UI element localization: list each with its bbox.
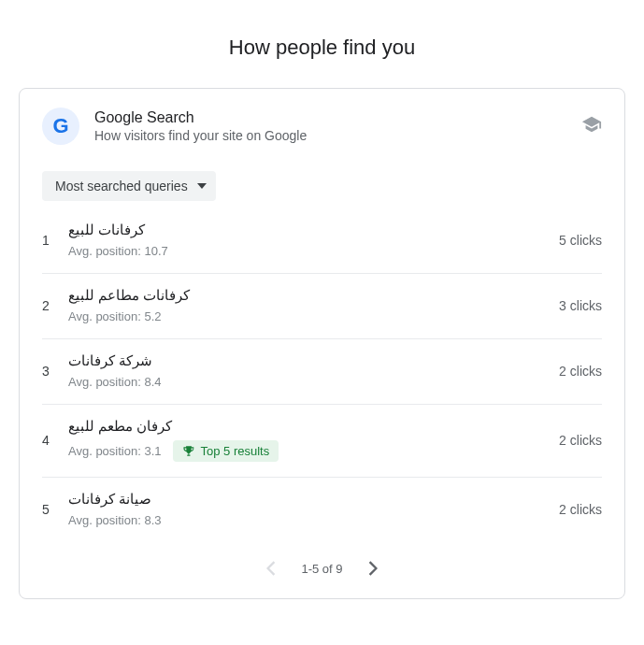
chevron-left-icon	[266, 561, 276, 576]
chevron-down-icon	[197, 183, 207, 189]
query-row[interactable]: 3شركة كرفاناتAvg. position: 8.42 clicks	[42, 339, 602, 405]
row-main: صيانة كرفاناتAvg. position: 8.3	[68, 491, 544, 527]
query-text: كرفانات مطاعم للبيع	[68, 287, 544, 304]
card-header: G Google Search How visitors find your s…	[20, 89, 624, 152]
avg-position: Avg. position: 8.3	[68, 513, 162, 527]
clicks-count: 2 clicks	[559, 364, 602, 379]
page-range: 1-5 of 9	[301, 562, 342, 576]
row-index: 2	[42, 298, 68, 313]
page-title: How people find you	[19, 36, 625, 60]
row-main: كرفانات مطاعم للبيعAvg. position: 5.2	[68, 287, 544, 323]
header-text: Google Search How visitors find your sit…	[94, 109, 581, 143]
position-line: Avg. position: 8.3	[68, 513, 544, 527]
query-row[interactable]: 4كرفان مطعم للبيعAvg. position: 3.1Top 5…	[42, 405, 602, 478]
search-card: G Google Search How visitors find your s…	[19, 88, 625, 599]
google-g-icon: G	[52, 114, 68, 138]
position-line: Avg. position: 8.4	[68, 375, 544, 389]
query-row[interactable]: 5صيانة كرفاناتAvg. position: 8.32 clicks	[42, 478, 602, 542]
query-row[interactable]: 2كرفانات مطاعم للبيعAvg. position: 5.23 …	[42, 274, 602, 339]
clicks-count: 2 clicks	[559, 433, 602, 448]
top-results-badge: Top 5 results	[173, 440, 279, 462]
filter-label: Most searched queries	[55, 179, 188, 194]
row-main: كرفان مطعم للبيعAvg. position: 3.1Top 5 …	[68, 418, 544, 462]
filter-dropdown[interactable]: Most searched queries	[42, 171, 216, 201]
row-index: 1	[42, 233, 68, 248]
card-subtitle: How visitors find your site on Google	[94, 128, 581, 143]
query-row[interactable]: 1كرفانات للبيعAvg. position: 10.75 click…	[42, 208, 602, 274]
row-main: كرفانات للبيعAvg. position: 10.7	[68, 222, 544, 258]
position-line: Avg. position: 3.1Top 5 results	[68, 440, 544, 462]
row-index: 4	[42, 433, 68, 448]
trophy-icon	[182, 445, 195, 458]
query-text: كرفانات للبيع	[68, 222, 544, 238]
avg-position: Avg. position: 3.1	[68, 444, 162, 458]
card-title: Google Search	[94, 109, 581, 126]
clicks-count: 3 clicks	[559, 298, 602, 313]
next-page-button[interactable]	[360, 555, 386, 581]
position-line: Avg. position: 10.7	[68, 244, 544, 258]
chevron-right-icon	[368, 561, 378, 576]
prev-page-button[interactable]	[258, 555, 284, 581]
row-index: 3	[42, 364, 68, 379]
avg-position: Avg. position: 10.7	[68, 244, 168, 258]
query-text: كرفان مطعم للبيع	[68, 418, 544, 435]
query-text: صيانة كرفانات	[68, 491, 544, 508]
google-logo-circle: G	[42, 108, 79, 145]
row-main: شركة كرفاناتAvg. position: 8.4	[68, 352, 544, 389]
graduation-cap-icon[interactable]	[581, 114, 602, 138]
query-list: 1كرفانات للبيعAvg. position: 10.75 click…	[20, 208, 624, 542]
row-index: 5	[42, 502, 68, 517]
pagination: 1-5 of 9	[20, 542, 624, 598]
position-line: Avg. position: 5.2	[68, 309, 544, 323]
avg-position: Avg. position: 8.4	[68, 375, 162, 389]
clicks-count: 2 clicks	[559, 502, 602, 517]
query-text: شركة كرفانات	[68, 352, 544, 369]
clicks-count: 5 clicks	[559, 233, 602, 248]
avg-position: Avg. position: 5.2	[68, 309, 162, 323]
filter-row: Most searched queries	[20, 152, 624, 208]
